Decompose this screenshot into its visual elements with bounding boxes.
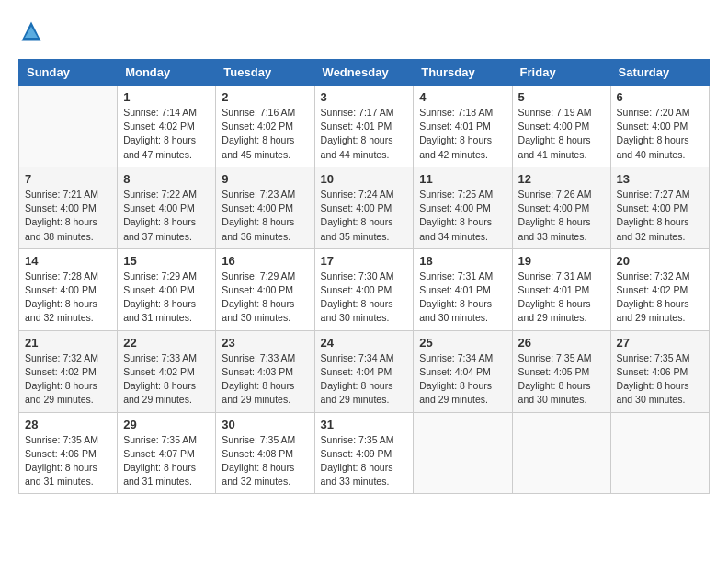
day-number: 4 <box>419 90 506 104</box>
day-info: Sunrise: 7:33 AMSunset: 4:03 PMDaylight:… <box>222 351 308 408</box>
column-header-wednesday: Wednesday <box>314 60 414 86</box>
day-info: Sunrise: 7:34 AMSunset: 4:04 PMDaylight:… <box>321 351 408 408</box>
logo <box>18 18 48 44</box>
day-info: Sunrise: 7:18 AMSunset: 4:01 PMDaylight:… <box>419 106 506 162</box>
day-info: Sunrise: 7:25 AMSunset: 4:00 PMDaylight:… <box>419 188 506 244</box>
day-info: Sunrise: 7:35 AMSunset: 4:09 PMDaylight:… <box>321 433 408 489</box>
calendar-cell: 24Sunrise: 7:34 AMSunset: 4:04 PMDayligh… <box>314 330 414 412</box>
day-info: Sunrise: 7:17 AMSunset: 4:01 PMDaylight:… <box>321 106 408 162</box>
day-info: Sunrise: 7:22 AMSunset: 4:00 PMDaylight:… <box>123 188 210 244</box>
calendar-cell: 28Sunrise: 7:35 AMSunset: 4:06 PMDayligh… <box>19 412 118 494</box>
calendar-cell: 6Sunrise: 7:20 AMSunset: 4:00 PMDaylight… <box>610 86 709 167</box>
day-number: 1 <box>123 90 210 104</box>
day-info: Sunrise: 7:27 AMSunset: 4:00 PMDaylight:… <box>617 188 703 244</box>
calendar-table: SundayMondayTuesdayWednesdayThursdayFrid… <box>18 59 710 494</box>
day-info: Sunrise: 7:21 AMSunset: 4:00 PMDaylight:… <box>25 188 111 244</box>
day-number: 16 <box>222 254 308 268</box>
calendar-cell: 17Sunrise: 7:30 AMSunset: 4:00 PMDayligh… <box>314 248 414 330</box>
day-info: Sunrise: 7:31 AMSunset: 4:01 PMDaylight:… <box>419 270 506 326</box>
calendar-cell: 10Sunrise: 7:24 AMSunset: 4:00 PMDayligh… <box>314 167 414 248</box>
day-number: 11 <box>419 172 506 186</box>
calendar-cell: 12Sunrise: 7:26 AMSunset: 4:00 PMDayligh… <box>512 167 610 248</box>
day-info: Sunrise: 7:23 AMSunset: 4:00 PMDaylight:… <box>222 188 308 244</box>
day-info: Sunrise: 7:35 AMSunset: 4:06 PMDaylight:… <box>617 351 703 408</box>
day-info: Sunrise: 7:20 AMSunset: 4:00 PMDaylight:… <box>617 106 703 162</box>
day-number: 31 <box>321 418 408 431</box>
day-info: Sunrise: 7:26 AMSunset: 4:00 PMDaylight:… <box>518 188 605 244</box>
day-number: 29 <box>123 418 210 431</box>
column-header-saturday: Saturday <box>610 60 709 86</box>
day-number: 3 <box>321 90 408 104</box>
column-header-monday: Monday <box>118 60 216 86</box>
calendar-cell: 15Sunrise: 7:29 AMSunset: 4:00 PMDayligh… <box>118 248 216 330</box>
calendar-cell: 3Sunrise: 7:17 AMSunset: 4:01 PMDaylight… <box>314 86 414 167</box>
calendar-cell: 7Sunrise: 7:21 AMSunset: 4:00 PMDaylight… <box>19 167 118 248</box>
calendar-cell <box>512 412 610 494</box>
calendar-cell: 13Sunrise: 7:27 AMSunset: 4:00 PMDayligh… <box>610 167 709 248</box>
day-number: 10 <box>321 172 408 186</box>
calendar-cell: 20Sunrise: 7:32 AMSunset: 4:02 PMDayligh… <box>610 248 709 330</box>
day-info: Sunrise: 7:34 AMSunset: 4:04 PMDaylight:… <box>419 351 506 408</box>
day-number: 21 <box>25 336 111 350</box>
calendar-cell: 22Sunrise: 7:33 AMSunset: 4:02 PMDayligh… <box>118 330 216 412</box>
column-header-thursday: Thursday <box>414 60 512 86</box>
page-header <box>18 18 710 44</box>
calendar-cell <box>19 86 118 167</box>
day-info: Sunrise: 7:35 AMSunset: 4:07 PMDaylight:… <box>123 433 210 489</box>
day-info: Sunrise: 7:33 AMSunset: 4:02 PMDaylight:… <box>123 351 210 408</box>
day-number: 19 <box>518 254 605 268</box>
day-number: 6 <box>617 90 703 104</box>
column-header-tuesday: Tuesday <box>216 60 314 86</box>
day-number: 17 <box>321 254 408 268</box>
day-number: 13 <box>617 172 703 186</box>
day-info: Sunrise: 7:35 AMSunset: 4:06 PMDaylight:… <box>25 433 111 489</box>
calendar-cell: 23Sunrise: 7:33 AMSunset: 4:03 PMDayligh… <box>216 330 314 412</box>
calendar-cell: 11Sunrise: 7:25 AMSunset: 4:00 PMDayligh… <box>414 167 512 248</box>
calendar-header-row: SundayMondayTuesdayWednesdayThursdayFrid… <box>19 60 710 86</box>
calendar-cell: 5Sunrise: 7:19 AMSunset: 4:00 PMDaylight… <box>512 86 610 167</box>
day-number: 23 <box>222 336 308 350</box>
calendar-cell: 21Sunrise: 7:32 AMSunset: 4:02 PMDayligh… <box>19 330 118 412</box>
day-number: 25 <box>419 336 506 350</box>
day-info: Sunrise: 7:28 AMSunset: 4:00 PMDaylight:… <box>25 270 111 326</box>
day-number: 9 <box>222 172 308 186</box>
day-info: Sunrise: 7:31 AMSunset: 4:01 PMDaylight:… <box>518 270 605 326</box>
day-number: 20 <box>617 254 703 268</box>
calendar-cell: 2Sunrise: 7:16 AMSunset: 4:02 PMDaylight… <box>216 86 314 167</box>
calendar-cell: 31Sunrise: 7:35 AMSunset: 4:09 PMDayligh… <box>314 412 414 494</box>
calendar-cell: 30Sunrise: 7:35 AMSunset: 4:08 PMDayligh… <box>216 412 314 494</box>
day-info: Sunrise: 7:29 AMSunset: 4:00 PMDaylight:… <box>222 270 308 326</box>
day-number: 15 <box>123 254 210 268</box>
calendar-week-row: 1Sunrise: 7:14 AMSunset: 4:02 PMDaylight… <box>19 86 710 167</box>
calendar-week-row: 28Sunrise: 7:35 AMSunset: 4:06 PMDayligh… <box>19 412 710 494</box>
day-info: Sunrise: 7:35 AMSunset: 4:08 PMDaylight:… <box>222 433 308 489</box>
day-number: 27 <box>617 336 703 350</box>
calendar-cell <box>610 412 709 494</box>
calendar-cell: 14Sunrise: 7:28 AMSunset: 4:00 PMDayligh… <box>19 248 118 330</box>
calendar-cell: 4Sunrise: 7:18 AMSunset: 4:01 PMDaylight… <box>414 86 512 167</box>
calendar-cell: 9Sunrise: 7:23 AMSunset: 4:00 PMDaylight… <box>216 167 314 248</box>
day-number: 24 <box>321 336 408 350</box>
day-number: 5 <box>518 90 605 104</box>
day-info: Sunrise: 7:32 AMSunset: 4:02 PMDaylight:… <box>617 270 703 326</box>
day-info: Sunrise: 7:19 AMSunset: 4:00 PMDaylight:… <box>518 106 605 162</box>
calendar-cell: 29Sunrise: 7:35 AMSunset: 4:07 PMDayligh… <box>118 412 216 494</box>
calendar-cell: 16Sunrise: 7:29 AMSunset: 4:00 PMDayligh… <box>216 248 314 330</box>
calendar-cell: 26Sunrise: 7:35 AMSunset: 4:05 PMDayligh… <box>512 330 610 412</box>
calendar-cell <box>414 412 512 494</box>
day-number: 26 <box>518 336 605 350</box>
day-number: 22 <box>123 336 210 350</box>
calendar-cell: 8Sunrise: 7:22 AMSunset: 4:00 PMDaylight… <box>118 167 216 248</box>
day-number: 28 <box>25 418 111 431</box>
day-info: Sunrise: 7:14 AMSunset: 4:02 PMDaylight:… <box>123 106 210 162</box>
day-number: 7 <box>25 172 111 186</box>
day-info: Sunrise: 7:30 AMSunset: 4:00 PMDaylight:… <box>321 270 408 326</box>
day-info: Sunrise: 7:35 AMSunset: 4:05 PMDaylight:… <box>518 351 605 408</box>
column-header-sunday: Sunday <box>19 60 118 86</box>
calendar-week-row: 7Sunrise: 7:21 AMSunset: 4:00 PMDaylight… <box>19 167 710 248</box>
calendar-cell: 19Sunrise: 7:31 AMSunset: 4:01 PMDayligh… <box>512 248 610 330</box>
day-info: Sunrise: 7:16 AMSunset: 4:02 PMDaylight:… <box>222 106 308 162</box>
logo-icon <box>18 18 44 44</box>
column-header-friday: Friday <box>512 60 610 86</box>
day-number: 18 <box>419 254 506 268</box>
